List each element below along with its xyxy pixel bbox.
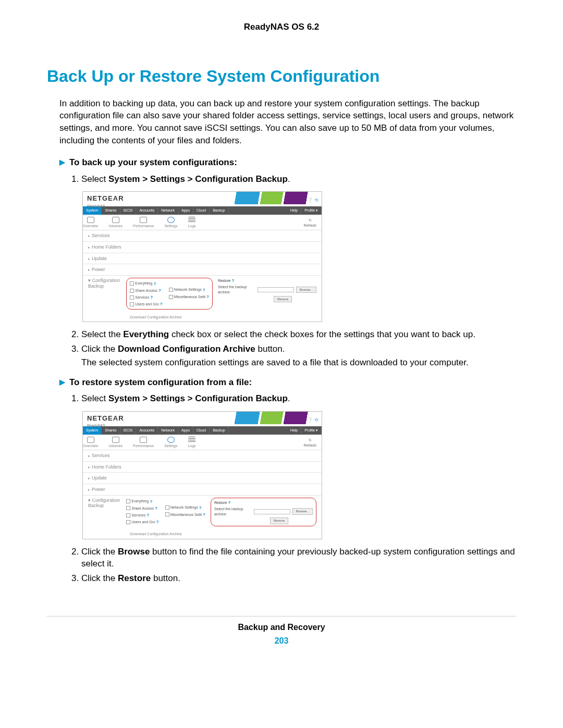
checkbox[interactable]: Users and Gro ? (126, 519, 158, 525)
browse-button[interactable]: Browse... (292, 508, 313, 514)
procedure-heading-backup: ▶ To back up your system configurations: (59, 156, 516, 169)
list-item: Click the Restore button. (81, 572, 516, 585)
subnav-item[interactable]: Logs (188, 217, 195, 229)
restore-button[interactable]: Restore (270, 517, 288, 524)
list-item: Select System > Settings > Configuration… (81, 173, 516, 186)
checkbox[interactable]: Network Settings ? (169, 287, 209, 293)
config-label: ▾ Configuration Backup (88, 498, 121, 509)
backup-steps-cont: Select the Everything check box or selec… (71, 328, 516, 368)
checkbox[interactable]: Miscellaneous Setti ? (169, 294, 209, 300)
doc-footer: Backup and Recovery 203 (47, 622, 516, 647)
sidebar-item[interactable]: ▸Power (83, 484, 322, 496)
checkbox[interactable]: Network Settings ? (165, 505, 205, 511)
checkbox[interactable]: Share Access ? (126, 505, 158, 511)
footer-divider (47, 616, 516, 616)
subnav-item[interactable]: Volumes (108, 437, 123, 449)
step-body: The selected system configuration settin… (81, 356, 516, 369)
sub-nav: Overview Volumes Performance Settings Lo… (83, 435, 322, 450)
config-backup-panel: ▾ Configuration Backup Everything ? Shar… (83, 276, 322, 314)
checkbox[interactable]: Miscellaneous Setti ? (165, 512, 205, 517)
top-icons: ❔ ⟲ (307, 197, 319, 204)
browse-button[interactable]: Browse... (296, 287, 316, 293)
refresh-button[interactable]: ↻Refresh (303, 438, 316, 448)
top-icons: ❔ ⟲ (307, 417, 319, 424)
screenshot-restore: NETGEAR ReadyNAS ❔ ⟲ System Shares iSCSI… (82, 411, 322, 539)
screenshot-header: NETGEAR ReadyNAS ❔ ⟲ (83, 192, 322, 206)
restore-steps-cont: Click the Browse button to find the file… (71, 546, 516, 585)
backup-steps: Select System > Settings > Configuration… (71, 173, 516, 186)
subnav-item[interactable]: Settings (164, 217, 177, 229)
sidebar-item[interactable]: ▸Power (83, 264, 322, 276)
doc-header: ReadyNAS OS 6.2 (47, 21, 516, 33)
checkbox-everything[interactable]: Everything ? (130, 281, 162, 287)
subnav-item[interactable]: Settings (164, 437, 177, 449)
brand-banner (217, 192, 322, 204)
select-archive-label: Select the backup archive: (214, 507, 252, 517)
sidebar-item[interactable]: ▸Home Folders (83, 462, 322, 473)
list-item: Select the Everything check box or selec… (81, 328, 516, 341)
footer-title: Backup and Recovery (47, 622, 516, 633)
page-number: 203 (47, 635, 516, 647)
sub-nav: Overview Volumes Performance Settings Lo… (83, 215, 322, 230)
highlight-restore: Restore ? Select the backup archive: Bro… (211, 498, 316, 526)
highlight-checkboxes: Everything ? Share Access ? Services ? U… (126, 278, 213, 310)
checkbox[interactable]: Users and Gro ? (130, 301, 162, 307)
subnav-item[interactable]: Overview (83, 217, 98, 229)
checkbox-everything[interactable]: Everything ? (126, 499, 158, 504)
procedure-heading-text: To back up your system configurations: (69, 156, 237, 169)
list-item: Select System > Settings > Configuration… (81, 392, 516, 405)
screenshot-header: NETGEAR ReadyNAS ❔ ⟲ (83, 412, 322, 426)
archive-input[interactable] (258, 287, 294, 292)
arrow-icon: ▶ (59, 157, 65, 168)
refresh-button[interactable]: ↻Refresh (303, 218, 316, 228)
subnav-item[interactable]: Performance (133, 437, 154, 449)
select-archive-label: Select the backup archive: (218, 285, 255, 295)
checkbox[interactable]: Services ? (126, 512, 158, 518)
subnav-item[interactable]: Overview (83, 437, 98, 449)
sidebar-item[interactable]: ▸Home Folders (83, 242, 322, 253)
list-item: Click the Browse button to find the file… (81, 546, 516, 571)
list-item: Click the Download Configuration Archive… (81, 343, 516, 369)
screenshot-backup: NETGEAR ReadyNAS ❔ ⟲ System Shares iSCSI… (82, 191, 322, 322)
download-archive-link[interactable]: Download Configuration Archive (83, 314, 322, 322)
arrow-icon: ▶ (59, 377, 65, 388)
archive-input[interactable] (254, 509, 290, 514)
subnav-item[interactable]: Volumes (108, 217, 123, 229)
checkbox[interactable]: Share Access ? (130, 288, 162, 293)
sidebar-item[interactable]: ▸Update (83, 253, 322, 265)
section-title: Back Up or Restore System Configuration (47, 65, 516, 88)
config-backup-panel: ▾ Configuration Backup Everything ? Shar… (83, 496, 322, 530)
procedure-heading-text: To restore system configuration from a f… (69, 376, 252, 389)
subnav-item[interactable]: Performance (133, 217, 154, 229)
restore-panel: Restore ? Select the backup archive: Bro… (218, 278, 316, 302)
config-label: ▾ Configuration Backup (88, 278, 121, 289)
sidebar-item[interactable]: ▸Update (83, 473, 322, 484)
subnav-item[interactable]: Logs (188, 437, 195, 449)
restore-button[interactable]: Restore (274, 296, 292, 302)
sidebar-item[interactable]: ▸Services (83, 450, 322, 462)
checkbox[interactable]: Services ? (130, 294, 162, 300)
restore-steps: Select System > Settings > Configuration… (71, 392, 516, 405)
sidebar-item[interactable]: ▸Services (83, 230, 322, 242)
brand-banner (217, 412, 322, 424)
procedure-heading-restore: ▶ To restore system configuration from a… (59, 376, 516, 389)
section-intro: In addition to backing up data, you can … (59, 97, 516, 147)
download-archive-link[interactable]: Download Configuration Archive (83, 530, 322, 539)
